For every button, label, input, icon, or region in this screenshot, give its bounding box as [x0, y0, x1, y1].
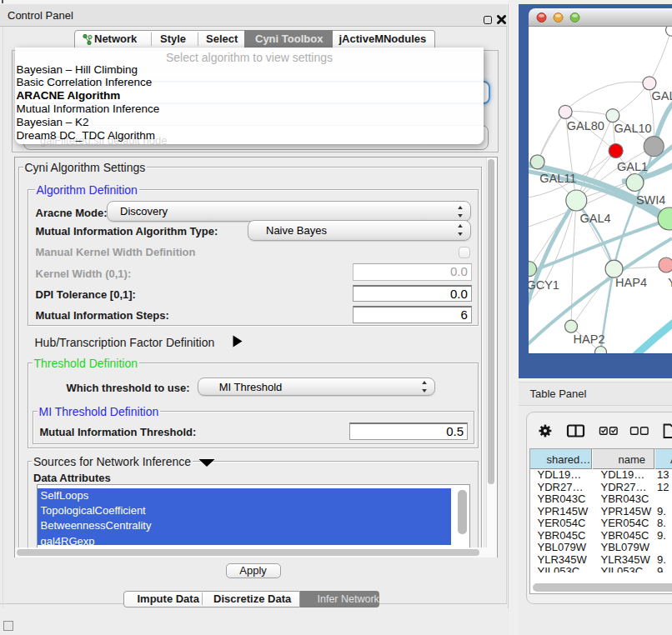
svg-text:GAL1: GAL1	[617, 159, 648, 172]
svg-text:GAL4: GAL4	[580, 212, 611, 225]
svg-text:GCY1: GCY1	[529, 278, 559, 291]
svg-text:GAL11: GAL11	[539, 171, 576, 184]
svg-text:GAL: GAL	[652, 89, 672, 102]
svg-text:HAP4: HAP4	[615, 276, 647, 289]
svg-text:GAL10: GAL10	[614, 122, 652, 135]
svg-text:HAP2: HAP2	[574, 332, 605, 345]
svg-text:Y: Y	[668, 276, 672, 289]
svg-text:GAL80: GAL80	[567, 118, 604, 132]
svg-text:SWI4: SWI4	[636, 192, 665, 206]
